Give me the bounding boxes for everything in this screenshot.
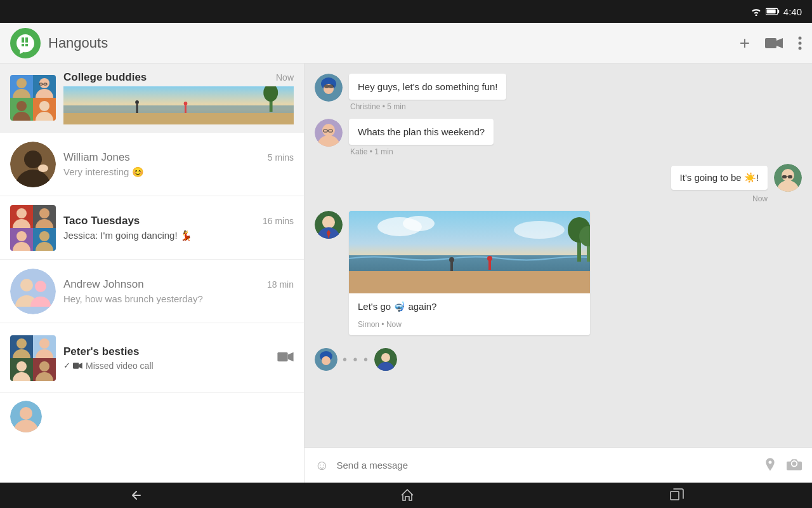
chat-panel: Hey guys, let's do something fun! Christ… [304,64,812,483]
svg-rect-66 [349,271,590,293]
college-buddies-info: College buddies Now [63,71,294,124]
peters-besties-info: Peter's besties ✓ Missed video call [63,345,277,371]
home-button[interactable] [400,488,415,503]
svg-point-15 [39,101,49,111]
app-title: Hangouts [48,35,740,51]
william-jones-preview: Very interesting 😊 [63,166,294,178]
katie-bubble: Whats the plan this weekend? [349,119,494,145]
svg-point-37 [16,361,27,371]
svg-rect-2 [766,10,775,13]
svg-rect-39 [73,363,79,368]
status-icons: 4:40 [750,6,802,17]
svg-point-28 [16,208,27,218]
missed-video-call-badge: ✓ Missed video call [63,361,277,371]
location-icon[interactable] [764,458,776,473]
svg-rect-80 [671,491,679,500]
svg-point-64 [514,221,565,239]
conv-item-andrew-johnson[interactable]: Andrew Johnson 18 min Hey, how was brunc… [0,260,304,323]
conversation-list: College buddies Now [0,64,304,483]
christine-message: Hey guys, let's do something fun! [358,81,497,92]
status-bar: 4:40 [0,0,812,23]
recent-apps-button[interactable] [669,488,684,503]
college-buddies-avatar [10,75,56,121]
taco-tuesdays-info: Taco Tuesdays 16 mins Jessica: I'm going… [63,215,294,241]
katie-meta: Katie • 1 min [349,147,494,156]
svg-rect-56 [788,175,792,178]
andrew-johnson-preview: Hey, how was brunch yesterday? [63,293,294,304]
svg-point-35 [16,338,27,349]
video-missed-icon [73,362,83,370]
svg-rect-5 [765,38,776,48]
simon-avatar [315,211,343,239]
svg-point-7 [799,41,802,44]
svg-point-34 [35,281,46,292]
typing-indicators: • • • [315,343,802,376]
svg-point-59 [322,216,335,229]
msg-christine: Hey guys, let's do something fun! Christ… [315,74,802,111]
more-menu-icon[interactable] [798,36,802,51]
svg-point-33 [20,279,33,291]
svg-point-30 [16,231,27,241]
svg-rect-3 [778,10,779,13]
add-button[interactable]: + [740,33,750,53]
andrew-johnson-time: 18 min [267,279,294,290]
me-bubble: It's going to be ☀️! [671,166,768,190]
svg-point-20 [135,100,139,104]
svg-rect-19 [136,104,138,113]
main-content: College buddies Now [0,64,812,483]
conv-item-william-jones[interactable]: William Jones 5 mins Very interesting 😊 [0,133,304,196]
svg-rect-40 [277,352,287,361]
svg-point-0 [755,15,757,17]
svg-point-6 [799,36,802,39]
simon-beach-image [349,211,590,293]
typing-dots: • • • [343,352,369,367]
william-jones-info: William Jones 5 mins Very interesting 😊 [63,151,294,178]
peters-besties-video-icon[interactable] [277,351,294,365]
peters-besties-name: Peter's besties [63,345,139,358]
simon-message: Let's go 🤿 again? [349,293,590,320]
message-input[interactable] [336,460,756,471]
svg-point-36 [39,338,49,349]
svg-point-74 [487,256,492,261]
svg-point-38 [39,361,49,371]
msg-simon: Let's go 🤿 again? Simon • Now [315,211,802,335]
conv-item-peters-besties[interactable]: Peter's besties ✓ Missed video call [0,323,304,393]
missed-video-call-text: Missed video call [86,361,154,371]
william-jones-time: 5 mins [268,152,294,163]
andrew-johnson-avatar [10,269,56,314]
svg-point-29 [39,208,49,218]
camera-icon[interactable] [787,458,802,471]
me-bubble-content: It's going to be ☀️! [671,164,802,203]
svg-point-42 [20,407,32,420]
typing-avatar-2 [374,348,397,371]
svg-rect-71 [450,262,453,271]
bottom-nav [0,483,812,508]
svg-point-9 [16,78,27,88]
conv-item-college-buddies[interactable]: College buddies Now [0,64,304,133]
christine-bubble: Hey guys, let's do something fun! [349,74,506,100]
svg-rect-18 [63,113,294,124]
svg-point-77 [322,356,331,365]
svg-point-32 [10,269,56,314]
video-camera-icon[interactable] [765,37,783,50]
emoji-button[interactable]: ☺ [315,457,329,474]
me-avatar [774,164,802,192]
andrew-johnson-name: Andrew Johnson [63,278,144,291]
back-button[interactable] [128,488,145,503]
video-camera-conv-icon[interactable] [277,351,294,363]
status-time: 4:40 [783,6,802,17]
conv-item-partial[interactable] [0,393,304,440]
william-jones-name: William Jones [63,151,130,164]
svg-rect-21 [185,105,187,113]
svg-point-47 [329,84,334,88]
taco-tuesdays-preview: Jessica: I'm going dancing! 💃 [63,230,294,241]
svg-point-46 [324,84,329,88]
taco-tuesdays-time: 16 mins [263,216,294,226]
peters-besties-avatar [10,335,56,381]
christine-bubble-content: Hey guys, let's do something fun! Christ… [349,74,506,111]
hangouts-logo [10,28,41,58]
conv-item-taco-tuesdays[interactable]: Taco Tuesdays 16 mins Jessica: I'm going… [0,196,304,260]
svg-point-8 [799,46,802,50]
katie-avatar [315,119,343,147]
svg-point-72 [449,257,454,262]
